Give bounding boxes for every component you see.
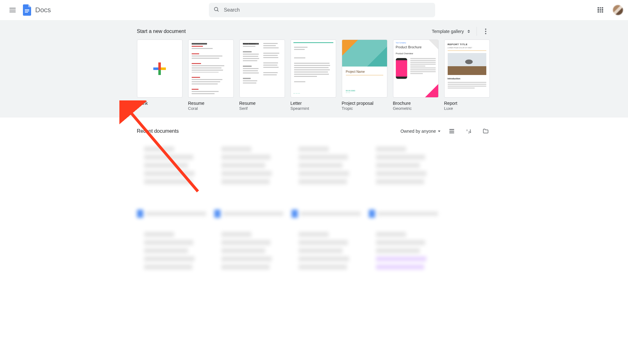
svg-rect-10 (449, 129, 454, 130)
template-title: Resume (239, 101, 285, 106)
search-input[interactable] (224, 7, 433, 13)
template-title: Letter (291, 101, 336, 106)
template-report[interactable]: REPORT TITLE LOREM IPSUM DOLOR SIT AMET … (444, 40, 490, 111)
svg-point-3 (214, 7, 218, 11)
template-letter-spearmint[interactable]: — — — Letter Spearmint (291, 40, 336, 111)
thumb-title: REPORT TITLE (448, 43, 468, 46)
template-title: Project proposal (342, 101, 387, 106)
recent-doc[interactable] (214, 141, 283, 218)
thumb-sub: LOREM IPSUM DOLOR SIT AMET (448, 47, 472, 49)
list-view-icon (449, 128, 455, 134)
docs-file-icon (23, 4, 31, 16)
docs-logo[interactable] (21, 3, 33, 18)
main-menu-button[interactable] (5, 3, 20, 18)
plus-icon (137, 40, 182, 97)
template-brochure[interactable]: Your Company Product Brochure Product Ov… (393, 40, 439, 111)
svg-rect-0 (25, 9, 29, 10)
thumb-company: Your Company (396, 42, 406, 44)
svg-rect-8 (160, 67, 166, 70)
thumb-overview: Product Overview (396, 52, 413, 55)
template-project-proposal[interactable]: Project Name 00.00.0000— — Project propo… (342, 40, 387, 111)
svg-text:Z: Z (468, 131, 470, 134)
app-header: Docs (0, 0, 628, 20)
thumb-intro: Introduction (448, 78, 461, 80)
recent-doc[interactable] (292, 141, 361, 218)
svg-rect-7 (153, 67, 159, 70)
recent-section-title: Recent documents (137, 128, 179, 134)
recent-doc[interactable] (214, 226, 283, 292)
template-subtitle: Spearmint (291, 106, 336, 111)
svg-line-4 (217, 10, 218, 12)
thumb-footer: — — — (293, 92, 300, 94)
ownership-filter-button[interactable]: Owned by anyone (401, 129, 440, 134)
svg-rect-5 (158, 62, 161, 68)
template-title: Blank (137, 101, 183, 106)
template-subtitle: Tropic (342, 106, 387, 111)
svg-rect-6 (158, 69, 161, 75)
recent-doc[interactable] (137, 226, 206, 292)
app-title: Docs (35, 6, 51, 14)
templates-more-button[interactable] (480, 26, 491, 37)
hamburger-icon (9, 8, 16, 12)
template-subtitle: Serif (239, 106, 285, 111)
more-vert-icon (485, 29, 486, 34)
svg-rect-1 (25, 11, 29, 11)
thumb-title: Project Name (346, 70, 365, 73)
thumb-name: Your Name (243, 42, 256, 45)
template-resume-serif[interactable]: Your Name Resume Serif (239, 40, 285, 111)
template-subtitle: Luxe (444, 106, 490, 111)
thumb-footer: 00.00.0000— — (346, 90, 355, 94)
google-apps-button[interactable] (593, 3, 608, 18)
template-subtitle: Geometric (393, 106, 439, 111)
list-view-button[interactable] (446, 126, 457, 137)
svg-rect-2 (25, 12, 28, 13)
template-title: Report (444, 101, 490, 106)
account-avatar[interactable] (613, 5, 623, 15)
recent-doc[interactable] (369, 141, 438, 218)
svg-rect-9 (158, 67, 161, 70)
separator (477, 27, 477, 36)
template-blank[interactable]: Blank (137, 40, 183, 111)
sort-button[interactable]: A Z (463, 126, 474, 137)
template-gallery-button[interactable]: Template gallery (429, 27, 473, 36)
search-icon (213, 6, 220, 13)
svg-text:A: A (466, 129, 468, 132)
template-resume-coral[interactable]: Resume Coral (188, 40, 234, 111)
ownership-filter-label: Owned by anyone (401, 129, 436, 134)
recent-section: Recent documents Owned by anyone A Z (137, 117, 491, 292)
template-title: Resume (188, 101, 234, 106)
caret-down-icon (438, 131, 440, 132)
template-gallery-label: Template gallery (432, 29, 464, 34)
svg-rect-11 (449, 131, 454, 132)
template-title: Brochure (393, 101, 439, 106)
template-subtitle: Coral (188, 106, 234, 111)
svg-rect-12 (449, 132, 454, 133)
apps-grid-icon (598, 7, 603, 13)
recent-grid (137, 141, 491, 292)
folder-icon (483, 128, 489, 134)
unfold-icon (467, 30, 470, 33)
sort-az-icon: A Z (466, 128, 472, 134)
recent-doc[interactable] (369, 226, 438, 292)
recent-doc[interactable] (292, 226, 361, 292)
recent-doc[interactable] (137, 141, 206, 218)
open-file-picker-button[interactable] (480, 126, 491, 137)
templates-section-title: Start a new document (137, 29, 186, 34)
templates-section: Start a new document Template gallery (0, 20, 628, 117)
thumb-title: Product Brochure (396, 46, 422, 49)
search-box[interactable] (209, 3, 435, 17)
